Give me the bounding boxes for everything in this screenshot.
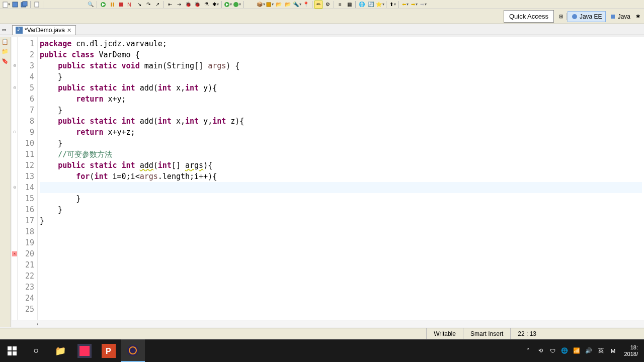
separator	[334, 1, 334, 8]
quick-access-input[interactable]: Quick Access	[504, 10, 554, 23]
status-insert-mode: Smart Insert	[463, 328, 510, 339]
profile-icon[interactable]: ⚗	[202, 1, 210, 9]
tray-ime-icon[interactable]: 英	[597, 347, 605, 355]
tab-title: *VarDemo.java	[25, 27, 65, 34]
tray-app-icon[interactable]: M	[609, 347, 617, 355]
pause-icon[interactable]	[108, 1, 116, 9]
toggle-breadcrumb-icon[interactable]: ⚙	[324, 1, 332, 9]
open-type-icon[interactable]: 📂	[275, 1, 283, 9]
svg-point-13	[233, 2, 238, 7]
toggle-mark-icon[interactable]: 📍	[302, 1, 310, 9]
start-button[interactable]	[0, 339, 24, 362]
lines-icon[interactable]: ≡	[336, 1, 344, 9]
separator	[398, 1, 399, 8]
restore-view-icon[interactable]: 📋	[2, 39, 10, 47]
forward-disabled-icon: ➡	[419, 1, 427, 9]
status-cursor-pos: 22 : 13	[510, 328, 543, 339]
run-menu-icon[interactable]	[224, 1, 232, 9]
run-icon[interactable]	[99, 1, 107, 9]
separator	[386, 1, 386, 8]
editor-tab-bar: *VarDemo.java ✕	[0, 24, 644, 35]
step-into-icon[interactable]: ↘	[135, 1, 143, 9]
windows-taskbar: ○ 📁 P ˄ ⟲ 🛡 🌐 📶 🔊 英 M 18: 2018/	[0, 339, 644, 362]
search-icon[interactable]: 🔦	[293, 1, 301, 9]
favorites-icon[interactable]: ⭐	[376, 1, 384, 9]
code-area[interactable]: package cn.dl.jcdz.varvaule;public class…	[38, 37, 644, 327]
save-icon[interactable]	[11, 1, 19, 9]
stop-icon[interactable]	[117, 1, 125, 9]
browser-icon[interactable]: 🌐	[358, 1, 366, 9]
sync-icon[interactable]: 🔄	[367, 1, 375, 9]
package-explorer-icon[interactable]: 📁	[2, 48, 10, 56]
marker-ruler: ⊖⊖⊖⊖×	[12, 37, 18, 327]
eclipse-icon[interactable]	[121, 339, 145, 362]
minimize-view-icon[interactable]: ▭	[2, 27, 8, 33]
separator	[43, 1, 43, 8]
intellij-icon[interactable]	[72, 339, 97, 362]
perspective-bar: Quick Access ⊞ Java EE Java ✱	[0, 9, 644, 24]
separator	[97, 1, 97, 8]
separator	[221, 1, 222, 8]
debug-menu-icon[interactable]: ✱	[211, 1, 219, 9]
drop-to-frame-icon[interactable]: ⇤	[166, 1, 174, 9]
svg-rect-0	[3, 2, 8, 8]
tray-sync-icon[interactable]: ⟲	[536, 347, 544, 355]
step-return-icon[interactable]: ↗	[153, 1, 162, 9]
tray-security-icon[interactable]: 🛡	[548, 347, 556, 355]
perspective-java-ee[interactable]: Java EE	[568, 11, 606, 22]
svg-text:P: P	[106, 347, 111, 355]
close-tab-icon[interactable]: ✕	[67, 27, 71, 34]
tray-network-icon[interactable]: 🌐	[560, 347, 569, 355]
run-external-icon[interactable]	[233, 1, 241, 9]
clock-date: 2018/	[624, 351, 638, 357]
svg-rect-9	[119, 3, 123, 7]
tray-volume-icon[interactable]: 🔊	[585, 347, 593, 355]
wizard-icon[interactable]	[33, 1, 41, 9]
taskbar-clock[interactable]: 18: 2018/	[621, 344, 641, 357]
step-over-icon[interactable]: ↷	[144, 1, 152, 9]
perspective-label: Java EE	[580, 13, 602, 20]
powerpoint-icon[interactable]: P	[97, 339, 121, 362]
tray-chevron-icon[interactable]: ˄	[524, 347, 532, 355]
nav-up-icon[interactable]: ⬆	[388, 1, 396, 9]
separator	[355, 1, 356, 8]
code-editor[interactable]: ⊖⊖⊖⊖× 1234567891011121314151617181920212…	[12, 37, 644, 327]
svg-rect-8	[113, 3, 114, 7]
tray-wifi-icon[interactable]: 📶	[573, 347, 581, 355]
search-back-icon[interactable]: 🔍	[87, 1, 95, 9]
file-explorer-icon[interactable]: 📁	[48, 339, 72, 362]
system-tray: ˄ ⟲ 🛡 🌐 📶 🔊 英 M 18: 2018/	[524, 344, 644, 357]
new-package-icon[interactable]	[266, 1, 274, 9]
forward-icon[interactable]: ➡	[410, 1, 418, 9]
perspective-java[interactable]: Java	[606, 11, 634, 22]
open-perspective-icon[interactable]: ⊞	[557, 13, 565, 21]
svg-point-15	[572, 14, 577, 19]
cortana-icon[interactable]: ○	[24, 339, 48, 362]
svg-rect-4	[35, 2, 39, 7]
java-file-icon	[16, 27, 23, 34]
debug-bug2-icon[interactable]: 🐞	[193, 1, 201, 9]
scroll-left-icon[interactable]: ‹	[37, 321, 38, 327]
svg-rect-17	[8, 346, 12, 350]
back-icon[interactable]: ⬅	[401, 1, 409, 9]
new-server-icon[interactable]: 📦	[257, 1, 265, 9]
open-task-icon[interactable]: 📂	[284, 1, 292, 9]
debug-bug-icon[interactable]: 🐞	[184, 1, 192, 9]
svg-rect-1	[13, 2, 18, 7]
svg-rect-19	[8, 351, 12, 355]
save-all-icon[interactable]	[20, 1, 28, 9]
status-writable: Writable	[426, 328, 463, 339]
java-icon	[609, 13, 616, 20]
use-step-filters-icon[interactable]: ⇥	[175, 1, 183, 9]
new-icon[interactable]	[2, 1, 10, 9]
block-icon[interactable]: ▦	[345, 1, 353, 9]
outline-icon[interactable]: 🔖	[2, 58, 10, 66]
horizontal-scrollbar[interactable]: ‹	[12, 320, 644, 327]
editor-tab[interactable]: *VarDemo.java ✕	[12, 25, 76, 35]
perspective-more-icon[interactable]: ✱	[634, 13, 642, 21]
left-trim-bar: 📋 📁 🔖	[0, 37, 11, 327]
toggle-highlight-icon[interactable]: ✏	[314, 1, 323, 9]
separator	[164, 1, 164, 8]
disconnect-icon[interactable]: N	[126, 1, 134, 9]
svg-rect-20	[13, 351, 17, 355]
